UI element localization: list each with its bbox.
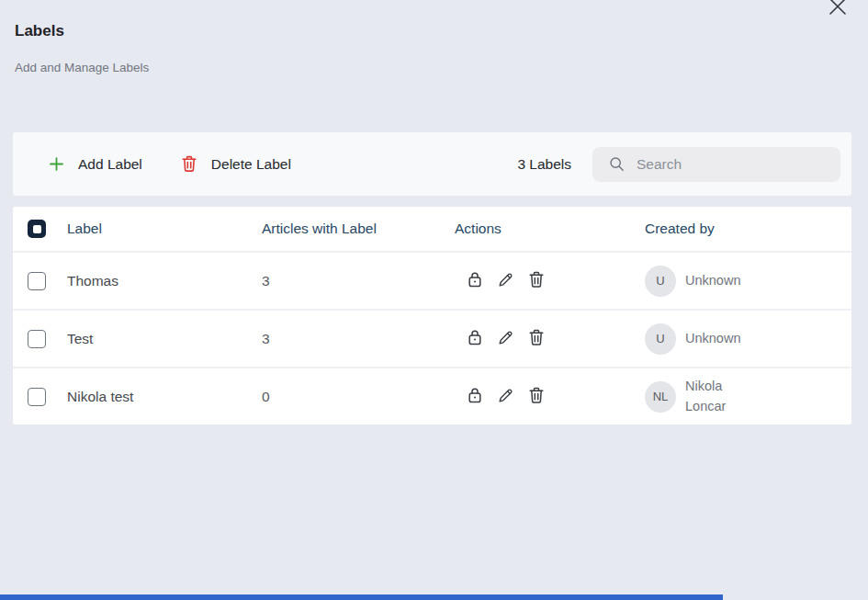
lock-icon: [466, 270, 484, 292]
creator-name: Unknown: [685, 271, 740, 290]
search-input[interactable]: [637, 156, 840, 173]
delete-action-button[interactable]: [527, 328, 546, 350]
avatar: U: [645, 266, 676, 297]
edit-action-button[interactable]: [496, 270, 515, 292]
delete-label-text: Delete Label: [211, 156, 291, 173]
bottom-accent-bar: [0, 594, 723, 600]
lock-action-button[interactable]: [466, 270, 484, 292]
column-header-articles: Articles with Label: [262, 221, 455, 237]
toolbar: Add Label Delete Label 3 Labels: [13, 132, 851, 196]
add-label-button[interactable]: Add Label: [48, 155, 142, 173]
select-all-checkbox[interactable]: [28, 220, 46, 238]
pencil-icon: [496, 328, 515, 350]
close-icon: [824, 0, 851, 20]
column-header-created-by: Created by: [632, 221, 851, 237]
table-row: Thomas 3: [13, 251, 851, 309]
trash-icon: [527, 386, 546, 408]
plus-icon: [48, 155, 65, 173]
edit-action-button[interactable]: [496, 328, 515, 350]
articles-count: 0: [262, 389, 455, 405]
column-header-label: Label: [67, 221, 262, 237]
edit-action-button[interactable]: [496, 386, 515, 408]
creator-name: Unknown: [685, 329, 740, 348]
delete-label-button[interactable]: Delete Label: [180, 154, 291, 174]
avatar: NL: [645, 381, 676, 413]
table-row: Nikola test 0: [13, 367, 851, 425]
lock-icon: [466, 386, 484, 408]
labels-count: 3 Labels: [517, 156, 571, 173]
trash-icon: [527, 328, 546, 350]
lock-icon: [466, 328, 484, 350]
column-header-actions: Actions: [455, 221, 632, 237]
add-label-text: Add Label: [78, 156, 142, 173]
label-name: Thomas: [67, 273, 262, 289]
lock-action-button[interactable]: [466, 328, 484, 350]
close-button[interactable]: [824, 0, 851, 20]
search-icon: [608, 155, 626, 173]
articles-count: 3: [262, 273, 455, 289]
trash-icon: [527, 270, 546, 292]
page-title: Labels: [15, 22, 64, 40]
label-name: Test: [67, 331, 262, 347]
delete-action-button[interactable]: [527, 386, 546, 408]
pencil-icon: [496, 270, 515, 292]
pencil-icon: [496, 386, 515, 408]
search-box[interactable]: [592, 147, 840, 182]
creator-name: Nikola Loncar: [685, 377, 753, 415]
page-subtitle: Add and Manage Labels: [15, 61, 149, 74]
row-checkbox[interactable]: [28, 330, 46, 348]
table-row: Test 3: [13, 309, 851, 367]
delete-action-button[interactable]: [527, 270, 546, 292]
lock-action-button[interactable]: [466, 386, 484, 408]
articles-count: 3: [262, 331, 455, 347]
label-name: Nikola test: [67, 389, 262, 405]
avatar: U: [645, 323, 676, 355]
labels-table: Label Articles with Label Actions Create…: [13, 207, 851, 425]
table-header-row: Label Articles with Label Actions Create…: [13, 207, 851, 251]
row-checkbox[interactable]: [28, 388, 46, 406]
row-checkbox[interactable]: [28, 272, 46, 290]
trash-icon: [180, 154, 198, 174]
